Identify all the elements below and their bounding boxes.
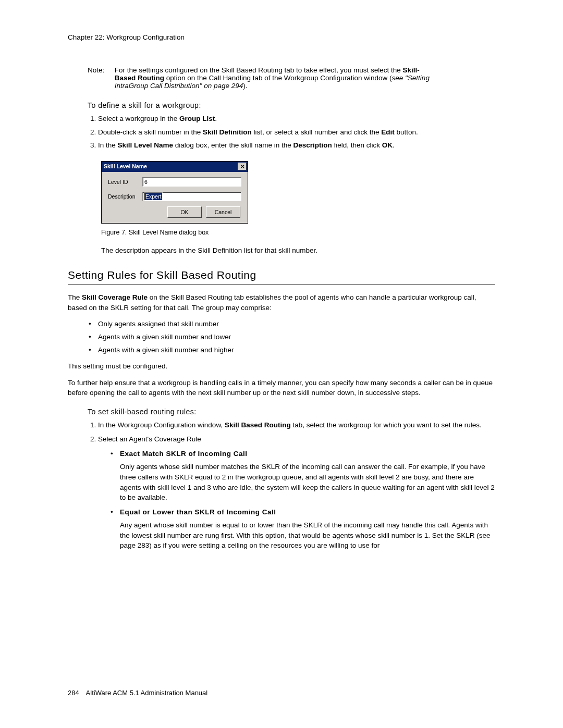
subhead-define-skill: To define a skill for a workgroup: (88, 101, 495, 109)
figure-caption: Figure 7. Skill Level Name dialog box (101, 229, 495, 236)
t: dialog box, enter the skill name in the (173, 141, 293, 149)
rule-step-2: Select an Agent's Coverage Rule Exact Ma… (98, 434, 495, 551)
must-configure-paragraph: This setting must be configured. (68, 361, 495, 372)
level-id-row: Level ID 6 (108, 177, 241, 187)
manual-title: AltiWare ACM 5.1 Administration Manual (86, 689, 208, 697)
t: button. (395, 128, 418, 136)
document-page: Chapter 22: Workgroup Configuration Note… (0, 0, 563, 728)
dialog-buttons: OK Cancel (108, 206, 241, 218)
t: OK (382, 141, 393, 149)
option-title: Exact Match SKLR of Incoming Call (120, 450, 248, 458)
t: In the (98, 141, 118, 149)
t: Group List (179, 115, 215, 122)
level-id-label: Level ID (108, 179, 142, 185)
chapter-header: Chapter 22: Workgroup Configuration (68, 33, 495, 41)
option-title: Equal or Lower than SKLR of Incoming Cal… (120, 508, 276, 516)
t: Skill Definition (203, 128, 252, 136)
ok-button[interactable]: OK (167, 206, 202, 218)
t: tab, select the workgroup for which you … (291, 421, 482, 429)
t: Select an Agent's Coverage Rule (98, 435, 201, 443)
note-block: Note: For the settings configured on the… (88, 66, 495, 90)
level-id-field[interactable]: 6 (142, 177, 241, 187)
t: Double-click a skill number in the (98, 128, 203, 136)
t: list, or select a skill number and click… (252, 128, 381, 136)
t: . (393, 141, 395, 149)
description-field[interactable]: Expert (142, 192, 241, 201)
page-number: 284 (68, 689, 79, 697)
coverage-bullet-2: Agents with a given skill number and low… (89, 332, 495, 342)
description-value: Expert (144, 192, 163, 201)
subhead-set-rules: To set skill-based routing rules: (88, 408, 495, 416)
t: Description (293, 141, 332, 149)
coverage-rule-equal-or-lower: Equal or Lower than SKLR of Incoming Cal… (111, 507, 495, 551)
t: Skill Coverage Rule (82, 293, 148, 301)
t: Edit (381, 128, 395, 136)
note-text-mid: option on the Call Handling tab of the W… (164, 74, 392, 82)
set-rules-steps: In the Workgroup Configuration window, S… (88, 420, 495, 551)
note-body: For the settings configured on the Skill… (115, 66, 438, 90)
coverage-bullets: Only agents assigned that skill number A… (89, 319, 495, 355)
define-step-3: In the Skill Level Name dialog box, ente… (98, 140, 495, 151)
skill-level-name-dialog-figure: Skill Level Name ✕ Level ID 6 Descriptio… (101, 161, 495, 224)
define-skill-steps: Select a workgroup in the Group List. Do… (88, 114, 495, 151)
t: . (215, 115, 217, 122)
rule-step-1: In the Workgroup Configuration window, S… (98, 420, 495, 430)
skill-level-name-dialog: Skill Level Name ✕ Level ID 6 Descriptio… (101, 161, 248, 224)
t: Select a workgroup in the (98, 115, 179, 122)
t: Skill Level Name (118, 141, 174, 149)
option-body: Only agents whose skill number matches t… (120, 462, 495, 502)
dialog-body: Level ID 6 Description Expert OK Cancel (102, 172, 248, 223)
description-row: Description Expert (108, 192, 241, 201)
close-icon[interactable]: ✕ (238, 163, 247, 170)
note-label: Note: (88, 66, 113, 74)
t: Skill Based Routing (225, 421, 291, 429)
define-step-1: Select a workgroup in the Group List. (98, 114, 495, 124)
note-text-suffix: ). (243, 82, 247, 90)
coverage-bullet-3: Agents with a given skill number and hig… (89, 345, 495, 355)
coverage-rule-exact-match: Exact Match SKLR of Incoming Call Only a… (111, 449, 495, 503)
cancel-button[interactable]: Cancel (206, 206, 240, 218)
dialog-titlebar[interactable]: Skill Level Name ✕ (102, 162, 248, 172)
page-footer: 284 AltiWare ACM 5.1 Administration Manu… (68, 689, 207, 697)
coverage-bullet-1: Only agents assigned that skill number (89, 319, 495, 329)
section-rule (68, 285, 495, 285)
coverage-paragraph: The Skill Coverage Rule on the Skill Bas… (68, 292, 495, 313)
t: field, then click (332, 141, 382, 149)
define-step-2: Double-click a skill number in the Skill… (98, 127, 495, 138)
section-heading-setting-rules: Setting Rules for Skill Based Routing (68, 269, 495, 281)
coverage-rule-options: Exact Match SKLR of Incoming Call Only a… (111, 449, 495, 551)
t: The (68, 293, 82, 301)
t: In the Workgroup Configuration window, (98, 421, 225, 429)
note-text-prefix: For the settings configured on the Skill… (115, 66, 403, 74)
post-figure-paragraph: The description appears in the Skill Def… (101, 245, 495, 256)
dialog-title: Skill Level Name (104, 163, 147, 169)
option-body: Any agent whose skill number is equal to… (120, 520, 495, 551)
further-help-paragraph: To further help ensure that a workgroup … (68, 378, 495, 398)
description-label: Description (108, 193, 142, 200)
